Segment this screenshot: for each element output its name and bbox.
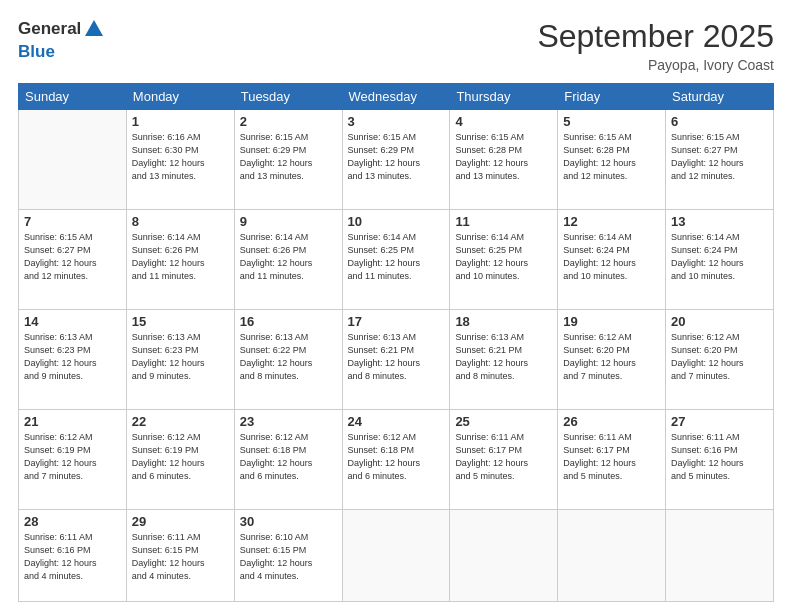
- header-wednesday: Wednesday: [342, 84, 450, 110]
- day-number: 5: [563, 114, 660, 129]
- day-number: 28: [24, 514, 121, 529]
- day-info: Sunrise: 6:15 AMSunset: 6:27 PMDaylight:…: [671, 131, 768, 183]
- day-info: Sunrise: 6:13 AMSunset: 6:22 PMDaylight:…: [240, 331, 337, 383]
- table-cell: 9Sunrise: 6:14 AMSunset: 6:26 PMDaylight…: [234, 210, 342, 310]
- day-number: 26: [563, 414, 660, 429]
- day-number: 27: [671, 414, 768, 429]
- day-info: Sunrise: 6:16 AMSunset: 6:30 PMDaylight:…: [132, 131, 229, 183]
- day-info: Sunrise: 6:14 AMSunset: 6:25 PMDaylight:…: [455, 231, 552, 283]
- day-info: Sunrise: 6:15 AMSunset: 6:28 PMDaylight:…: [563, 131, 660, 183]
- day-number: 17: [348, 314, 445, 329]
- day-info: Sunrise: 6:11 AMSunset: 6:16 PMDaylight:…: [24, 531, 121, 583]
- day-info: Sunrise: 6:14 AMSunset: 6:24 PMDaylight:…: [671, 231, 768, 283]
- calendar: Sunday Monday Tuesday Wednesday Thursday…: [18, 83, 774, 602]
- table-cell: 27Sunrise: 6:11 AMSunset: 6:16 PMDayligh…: [666, 410, 774, 510]
- day-info: Sunrise: 6:13 AMSunset: 6:23 PMDaylight:…: [132, 331, 229, 383]
- day-info: Sunrise: 6:15 AMSunset: 6:29 PMDaylight:…: [348, 131, 445, 183]
- day-number: 16: [240, 314, 337, 329]
- table-cell: 30Sunrise: 6:10 AMSunset: 6:15 PMDayligh…: [234, 510, 342, 602]
- header-saturday: Saturday: [666, 84, 774, 110]
- day-info: Sunrise: 6:11 AMSunset: 6:15 PMDaylight:…: [132, 531, 229, 583]
- day-number: 11: [455, 214, 552, 229]
- day-number: 4: [455, 114, 552, 129]
- table-cell: 6Sunrise: 6:15 AMSunset: 6:27 PMDaylight…: [666, 110, 774, 210]
- day-info: Sunrise: 6:15 AMSunset: 6:28 PMDaylight:…: [455, 131, 552, 183]
- weekday-header-row: Sunday Monday Tuesday Wednesday Thursday…: [19, 84, 774, 110]
- header-thursday: Thursday: [450, 84, 558, 110]
- table-cell: 13Sunrise: 6:14 AMSunset: 6:24 PMDayligh…: [666, 210, 774, 310]
- table-cell: 29Sunrise: 6:11 AMSunset: 6:15 PMDayligh…: [126, 510, 234, 602]
- header: General Blue September 2025 Payopa, Ivor…: [18, 18, 774, 73]
- day-number: 3: [348, 114, 445, 129]
- month-title: September 2025: [537, 18, 774, 55]
- table-cell: 28Sunrise: 6:11 AMSunset: 6:16 PMDayligh…: [19, 510, 127, 602]
- table-cell: 15Sunrise: 6:13 AMSunset: 6:23 PMDayligh…: [126, 310, 234, 410]
- day-info: Sunrise: 6:14 AMSunset: 6:24 PMDaylight:…: [563, 231, 660, 283]
- table-cell: [558, 510, 666, 602]
- day-info: Sunrise: 6:12 AMSunset: 6:18 PMDaylight:…: [240, 431, 337, 483]
- day-info: Sunrise: 6:13 AMSunset: 6:21 PMDaylight:…: [348, 331, 445, 383]
- day-info: Sunrise: 6:14 AMSunset: 6:26 PMDaylight:…: [132, 231, 229, 283]
- table-cell: 12Sunrise: 6:14 AMSunset: 6:24 PMDayligh…: [558, 210, 666, 310]
- table-cell: 7Sunrise: 6:15 AMSunset: 6:27 PMDaylight…: [19, 210, 127, 310]
- table-cell: 25Sunrise: 6:11 AMSunset: 6:17 PMDayligh…: [450, 410, 558, 510]
- table-cell: 2Sunrise: 6:15 AMSunset: 6:29 PMDaylight…: [234, 110, 342, 210]
- table-cell: 24Sunrise: 6:12 AMSunset: 6:18 PMDayligh…: [342, 410, 450, 510]
- header-friday: Friday: [558, 84, 666, 110]
- table-cell: 1Sunrise: 6:16 AMSunset: 6:30 PMDaylight…: [126, 110, 234, 210]
- day-number: 24: [348, 414, 445, 429]
- table-cell: 8Sunrise: 6:14 AMSunset: 6:26 PMDaylight…: [126, 210, 234, 310]
- day-number: 19: [563, 314, 660, 329]
- header-monday: Monday: [126, 84, 234, 110]
- day-number: 6: [671, 114, 768, 129]
- day-number: 22: [132, 414, 229, 429]
- table-cell: 22Sunrise: 6:12 AMSunset: 6:19 PMDayligh…: [126, 410, 234, 510]
- day-number: 8: [132, 214, 229, 229]
- table-cell: 4Sunrise: 6:15 AMSunset: 6:28 PMDaylight…: [450, 110, 558, 210]
- day-number: 9: [240, 214, 337, 229]
- table-cell: 10Sunrise: 6:14 AMSunset: 6:25 PMDayligh…: [342, 210, 450, 310]
- table-cell: 16Sunrise: 6:13 AMSunset: 6:22 PMDayligh…: [234, 310, 342, 410]
- day-number: 29: [132, 514, 229, 529]
- logo-general: General: [18, 19, 81, 38]
- table-cell: 19Sunrise: 6:12 AMSunset: 6:20 PMDayligh…: [558, 310, 666, 410]
- day-number: 12: [563, 214, 660, 229]
- day-info: Sunrise: 6:15 AMSunset: 6:29 PMDaylight:…: [240, 131, 337, 183]
- table-cell: [342, 510, 450, 602]
- day-number: 25: [455, 414, 552, 429]
- day-info: Sunrise: 6:12 AMSunset: 6:18 PMDaylight:…: [348, 431, 445, 483]
- day-info: Sunrise: 6:13 AMSunset: 6:21 PMDaylight:…: [455, 331, 552, 383]
- table-cell: 3Sunrise: 6:15 AMSunset: 6:29 PMDaylight…: [342, 110, 450, 210]
- day-info: Sunrise: 6:14 AMSunset: 6:26 PMDaylight:…: [240, 231, 337, 283]
- svg-marker-0: [85, 20, 103, 36]
- day-number: 20: [671, 314, 768, 329]
- logo-blue: Blue: [18, 42, 105, 62]
- table-cell: 17Sunrise: 6:13 AMSunset: 6:21 PMDayligh…: [342, 310, 450, 410]
- logo: General Blue: [18, 18, 105, 62]
- table-cell: [450, 510, 558, 602]
- day-info: Sunrise: 6:11 AMSunset: 6:17 PMDaylight:…: [563, 431, 660, 483]
- day-number: 1: [132, 114, 229, 129]
- day-number: 18: [455, 314, 552, 329]
- page: General Blue September 2025 Payopa, Ivor…: [0, 0, 792, 612]
- day-info: Sunrise: 6:12 AMSunset: 6:19 PMDaylight:…: [132, 431, 229, 483]
- day-number: 30: [240, 514, 337, 529]
- table-cell: 23Sunrise: 6:12 AMSunset: 6:18 PMDayligh…: [234, 410, 342, 510]
- day-info: Sunrise: 6:11 AMSunset: 6:16 PMDaylight:…: [671, 431, 768, 483]
- header-tuesday: Tuesday: [234, 84, 342, 110]
- table-cell: 11Sunrise: 6:14 AMSunset: 6:25 PMDayligh…: [450, 210, 558, 310]
- day-number: 10: [348, 214, 445, 229]
- table-cell: 20Sunrise: 6:12 AMSunset: 6:20 PMDayligh…: [666, 310, 774, 410]
- day-info: Sunrise: 6:12 AMSunset: 6:20 PMDaylight:…: [563, 331, 660, 383]
- table-cell: 21Sunrise: 6:12 AMSunset: 6:19 PMDayligh…: [19, 410, 127, 510]
- table-cell: 18Sunrise: 6:13 AMSunset: 6:21 PMDayligh…: [450, 310, 558, 410]
- location: Payopa, Ivory Coast: [537, 57, 774, 73]
- table-cell: 14Sunrise: 6:13 AMSunset: 6:23 PMDayligh…: [19, 310, 127, 410]
- day-info: Sunrise: 6:14 AMSunset: 6:25 PMDaylight:…: [348, 231, 445, 283]
- day-info: Sunrise: 6:12 AMSunset: 6:20 PMDaylight:…: [671, 331, 768, 383]
- day-number: 13: [671, 214, 768, 229]
- day-number: 15: [132, 314, 229, 329]
- day-info: Sunrise: 6:11 AMSunset: 6:17 PMDaylight:…: [455, 431, 552, 483]
- table-cell: 26Sunrise: 6:11 AMSunset: 6:17 PMDayligh…: [558, 410, 666, 510]
- table-cell: [666, 510, 774, 602]
